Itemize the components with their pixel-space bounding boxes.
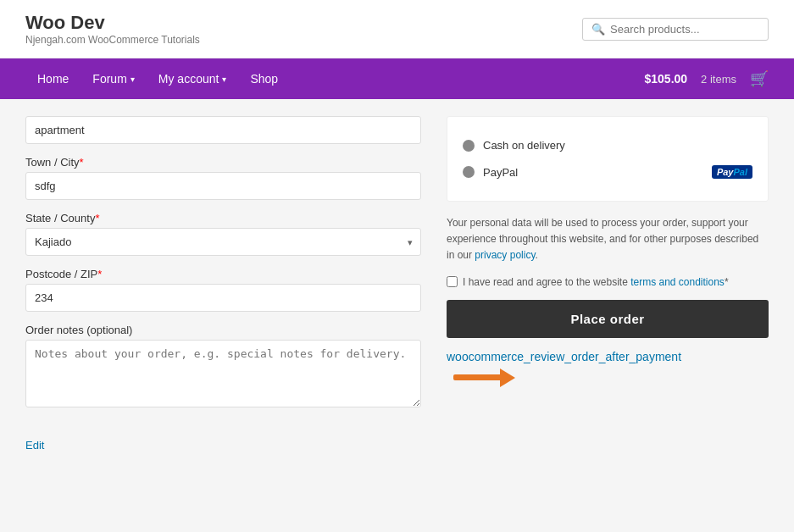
forum-chevron-icon: ▾ (130, 75, 135, 84)
terms-checkbox[interactable] (447, 276, 458, 287)
nav-item-myaccount[interactable]: My account ▾ (147, 58, 239, 99)
state-select-wrap: Kajiado Nairobi Mombasa ▾ (25, 228, 421, 256)
paypal-logo: PayPal (712, 165, 752, 179)
terms-link[interactable]: terms and conditions (630, 276, 725, 288)
arrow-wrap (447, 369, 769, 387)
cash-on-delivery-option[interactable]: Cash on delivery (463, 132, 752, 158)
cart-amount: $105.00 (644, 72, 687, 86)
apartment-value: apartment (25, 116, 421, 144)
postcode-label: Postcode / ZIP* (25, 268, 421, 280)
state-select[interactable]: Kajiado Nairobi Mombasa (25, 228, 421, 256)
site-header: Woo Dev Njengah.com WooCommerce Tutorial… (0, 0, 794, 58)
paypal-radio-icon (463, 166, 475, 178)
state-label: State / County* (25, 212, 421, 224)
notes-textarea[interactable] (25, 340, 421, 407)
payment-section: Cash on delivery PayPal PayPal (447, 116, 769, 202)
postcode-input[interactable] (25, 284, 421, 312)
cash-label: Cash on delivery (483, 139, 565, 152)
state-group: State / County* Kajiado Nairobi Mombasa … (25, 212, 421, 256)
site-title: Woo Dev (25, 12, 200, 34)
myaccount-chevron-icon: ▾ (222, 75, 226, 84)
postcode-group: Postcode / ZIP* (25, 268, 421, 312)
terms-text: I have read and agree to the website ter… (463, 276, 729, 288)
notes-group: Order notes (optional) (25, 324, 421, 410)
site-tagline: Njengah.com WooCommerce Tutorials (25, 34, 200, 46)
cash-radio-icon (463, 140, 475, 152)
paypal-option[interactable]: PayPal PayPal (463, 158, 752, 186)
cart-items: 2 items (701, 73, 736, 86)
terms-row: I have read and agree to the website ter… (447, 276, 769, 288)
hook-label: woocommerce_review_order_after_payment (447, 350, 769, 363)
paypal-label: PayPal (483, 166, 518, 179)
town-label: Town / City* (25, 156, 421, 169)
search-icon: 🔍 (591, 23, 605, 36)
place-order-button[interactable]: Place order (447, 300, 769, 338)
privacy-text: Your personal data will be used to proce… (447, 215, 769, 264)
site-branding: Woo Dev Njengah.com WooCommerce Tutorial… (25, 12, 200, 46)
main-content: apartment Town / City* State / County* K… (0, 99, 794, 489)
nav-right: $105.00 2 items 🛒 (644, 69, 769, 88)
left-col: apartment Town / City* State / County* K… (25, 99, 421, 489)
nav-item-shop[interactable]: Shop (238, 58, 290, 99)
orange-arrow-icon (453, 369, 515, 387)
hook-section: woocommerce_review_order_after_payment (447, 350, 769, 387)
town-group: Town / City* (25, 156, 421, 200)
edit-link[interactable]: Edit (25, 439, 44, 452)
search-bar[interactable]: 🔍 (582, 18, 769, 41)
notes-label: Order notes (optional) (25, 324, 421, 336)
nav-left: Home Forum ▾ My account ▾ Shop (25, 58, 290, 99)
privacy-policy-link[interactable]: privacy policy (475, 249, 535, 261)
nav-item-home[interactable]: Home (25, 58, 81, 99)
town-input[interactable] (25, 172, 421, 200)
right-col: Cash on delivery PayPal PayPal Your pers… (447, 99, 769, 489)
search-input[interactable] (610, 23, 759, 36)
apartment-group: apartment (25, 116, 421, 144)
main-nav: Home Forum ▾ My account ▾ Shop $105.00 2… (0, 58, 794, 99)
cart-icon[interactable]: 🛒 (750, 69, 769, 88)
nav-item-forum[interactable]: Forum ▾ (81, 58, 146, 99)
